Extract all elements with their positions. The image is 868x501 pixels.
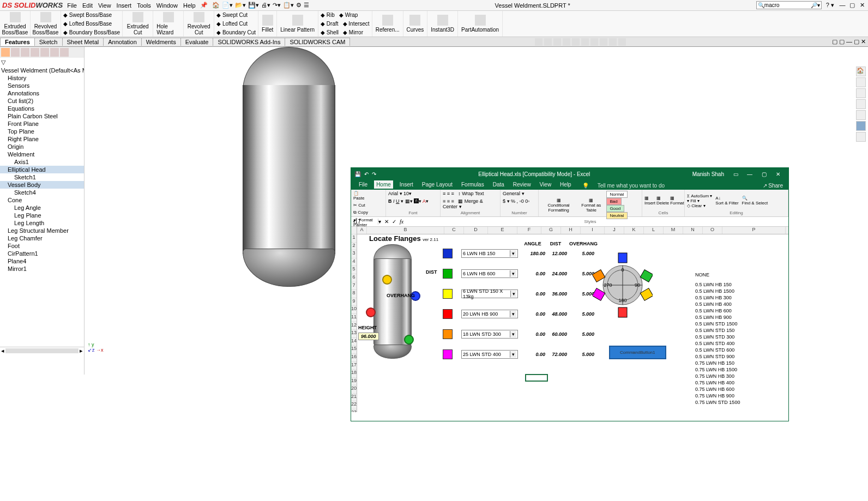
overhang-cell[interactable]: 5.000: [569, 331, 594, 337]
style-bad[interactable]: Bad: [606, 198, 622, 205]
tree-annotations[interactable]: Annotations: [0, 89, 84, 97]
cond-format[interactable]: ▦Conditional Formatting: [541, 198, 576, 213]
tree-cone[interactable]: Cone: [0, 196, 84, 204]
tree-plane4[interactable]: Plane4: [0, 257, 84, 265]
revolved-cut-button[interactable]: RevolvedCut: [184, 11, 214, 37]
insert-cells[interactable]: ▦Insert: [644, 196, 655, 206]
view-tools[interactable]: [535, 38, 626, 46]
flange-combo[interactable]: 18 LWN STD 300▾: [461, 330, 518, 339]
style-good[interactable]: Good: [606, 205, 625, 212]
tree-root[interactable]: Vessel Weldment (Default<As Mach: [0, 67, 84, 74]
tree-top-plane[interactable]: Top Plane: [0, 128, 84, 135]
height-value[interactable]: 96.000: [358, 333, 379, 340]
menu-edit[interactable]: Edit: [82, 2, 93, 9]
align-buttons[interactable]: ≡ ≡ ≡ ↕ Wrap Text: [443, 191, 484, 196]
instant3d-button[interactable]: Instant3D: [427, 11, 458, 37]
sw-ribbon-tabs[interactable]: FeaturesSketchSheet MetalAnnotationWeldm…: [0, 37, 868, 47]
linear-pattern-button[interactable]: Linear Pattern: [277, 11, 318, 37]
dist-cell[interactable]: 24.000: [547, 271, 567, 276]
name-box[interactable]: I17: [351, 219, 378, 225]
curves-button[interactable]: Curves: [403, 11, 428, 37]
excel-tab-insert[interactable]: Insert: [397, 180, 415, 189]
extruded-cut-button[interactable]: ExtrudedCut: [123, 11, 153, 37]
tree-sensors[interactable]: Sensors: [0, 82, 84, 89]
tree-filter[interactable]: ▽: [0, 58, 84, 67]
paste-button[interactable]: 📋Paste: [353, 191, 364, 201]
number-format[interactable]: General ▾: [503, 191, 525, 196]
tree-scrollbar[interactable]: ◂▸: [0, 347, 84, 354]
ribbon-cut-group[interactable]: ◆ Swept Cut◆ Lofted Cut◆ Boundary Cut: [214, 11, 258, 37]
ribbon-boss-group[interactable]: ◆ Swept Boss/Base◆ Lofted Boss/Base◆ Bou…: [61, 11, 123, 37]
lightbulb-icon[interactable]: 💡: [580, 182, 591, 190]
number-buttons[interactable]: $ ▾ % , ◦0 0◦: [503, 198, 529, 204]
excel-tab-file[interactable]: File: [357, 180, 370, 189]
style-neutral[interactable]: Neutral: [606, 212, 628, 219]
ribbon-misc-group[interactable]: ◆ Rib◆ Wrap◆ Draft◆ Intersect◆ Shell◆ Mi…: [318, 11, 372, 37]
flange-combo[interactable]: 20 LWN HB 900▾: [461, 310, 518, 318]
tab-features[interactable]: Features: [0, 38, 35, 46]
tree-sketch1[interactable]: Sketch1: [0, 173, 84, 181]
cut-button[interactable]: ✂ Cut: [353, 203, 365, 208]
tree-equations[interactable]: Equations: [0, 105, 84, 112]
restore-icon[interactable]: ▢: [757, 171, 771, 177]
tab-solidworks-add-ins[interactable]: SOLIDWORKS Add-Ins: [213, 38, 285, 46]
quick-access-toolbar[interactable]: 🏠📄▾📂▾💾▾🖨▾↷▾📋▾⚙☰: [212, 2, 309, 9]
flange-combo[interactable]: 25 LWN STD 400▾: [461, 350, 518, 359]
tree-cut-list-2-[interactable]: Cut list(2): [0, 97, 84, 105]
copy-button[interactable]: ⧉ Copy: [353, 210, 368, 215]
excel-ribbon[interactable]: 📋Paste ✂ Cut ⧉ Copy 🖌 Format Painter Cli…: [351, 190, 788, 217]
tree-toolbar[interactable]: [0, 47, 84, 58]
excel-tab-data[interactable]: Data: [491, 180, 507, 189]
tree-elliptical-head[interactable]: Elliptical Head: [0, 166, 84, 173]
tab-solidworks-cam[interactable]: SOLIDWORKS CAM: [285, 38, 350, 46]
tell-me[interactable]: Tell me what you want to do: [595, 182, 667, 190]
excel-tab-home[interactable]: Home: [374, 180, 393, 189]
tree-origin[interactable]: Origin: [0, 143, 84, 150]
format-cells[interactable]: ▦Format: [670, 196, 684, 206]
autosum[interactable]: Σ AutoSum ▾: [687, 194, 712, 198]
excel-tab-review[interactable]: Review: [511, 180, 533, 189]
dist-cell[interactable]: 12.000: [547, 251, 567, 256]
angle-cell[interactable]: 180.00: [526, 251, 545, 256]
tree-weldment[interactable]: Weldment: [0, 150, 84, 158]
tab-sheet-metal[interactable]: Sheet Metal: [62, 38, 104, 46]
tree-vessel-body[interactable]: Vessel Body: [0, 181, 84, 189]
sort-filter[interactable]: A↓Sort & Filter: [715, 196, 738, 206]
style-normal[interactable]: Normal: [606, 191, 628, 198]
tree-foot[interactable]: Foot: [0, 242, 84, 250]
menu-insert[interactable]: Insert: [117, 2, 132, 9]
row-headers[interactable]: 1234567891011121314151617181920212223: [351, 227, 357, 412]
command-button[interactable]: CommandButton1: [609, 346, 666, 359]
window-controls[interactable]: —▢✕: [839, 2, 866, 9]
angle-cell[interactable]: 0.00: [526, 352, 545, 357]
font-name[interactable]: Arial: [388, 191, 398, 196]
tree-sketch4[interactable]: Sketch4: [0, 189, 84, 196]
dist-cell[interactable]: 36.000: [547, 291, 567, 297]
tree-leg-plane[interactable]: Leg Plane: [0, 212, 84, 219]
tab-weldments[interactable]: Weldments: [141, 38, 181, 46]
excel-titlebar[interactable]: 💾↶↷ Elliptical Head.xls [Compatibility M…: [351, 168, 788, 180]
tree-front-plane[interactable]: Front Plane: [0, 120, 84, 128]
menu-window[interactable]: Window: [156, 2, 178, 9]
menu-file[interactable]: File: [67, 2, 77, 9]
overhang-cell[interactable]: 5.000: [569, 311, 594, 317]
pin-icon[interactable]: 📌: [200, 2, 208, 9]
tree-right-plane[interactable]: Right Plane: [0, 135, 84, 143]
ribbon-options-icon[interactable]: ▭: [728, 171, 743, 177]
font-size[interactable]: 10: [403, 191, 409, 196]
merge-button[interactable]: ≡ ≡ ≡ ▦ Merge & Center ▾: [443, 198, 498, 209]
excel-qat[interactable]: 💾↶↷: [354, 171, 376, 177]
tab-evaluate[interactable]: Evaluate: [180, 38, 214, 46]
angle-cell[interactable]: 0.00: [526, 331, 545, 337]
tree-leg-structural-member[interactable]: Leg Structural Member: [0, 227, 84, 234]
cancel-icon[interactable]: ✕: [381, 219, 392, 225]
share-icon[interactable]: ↗ Share: [761, 182, 785, 190]
find-select[interactable]: 🔍Find & Select: [742, 196, 768, 206]
partautomation-button[interactable]: PartAutomation: [458, 11, 503, 37]
tree-mirror1[interactable]: Mirror1: [0, 265, 84, 273]
excel-grid[interactable]: 1234567891011121314151617181920212223 AB…: [351, 227, 788, 412]
overhang-cell[interactable]: 5.000: [569, 291, 594, 297]
fill[interactable]: ▾ Fill ▾: [687, 198, 712, 203]
minimize-icon[interactable]: —: [743, 171, 757, 177]
clear[interactable]: ◇ Clear ▾: [687, 203, 712, 208]
